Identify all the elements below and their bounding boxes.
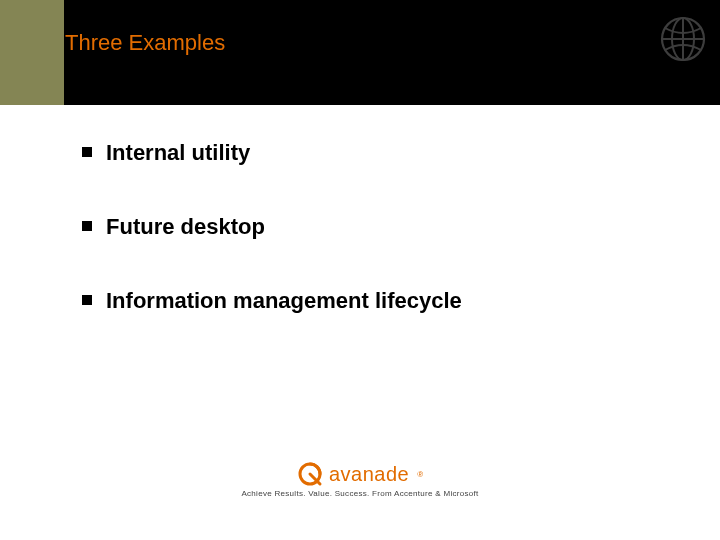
accent-block — [0, 0, 64, 105]
slide: Three Examples Internal utility Future d… — [0, 0, 720, 540]
brand-name: avanade — [329, 463, 409, 486]
bullet-list: Internal utility Future desktop Informat… — [82, 140, 660, 362]
brand-tagline: Achieve Results. Value. Success. From Ac… — [241, 489, 478, 498]
bullet-icon — [82, 221, 92, 231]
bullet-text: Internal utility — [106, 140, 250, 166]
footer-logo: avanade ® Achieve Results. Value. Succes… — [0, 461, 720, 498]
bullet-text: Future desktop — [106, 214, 265, 240]
bullet-icon — [82, 147, 92, 157]
globe-icon — [660, 16, 706, 62]
list-item: Future desktop — [82, 214, 660, 240]
brand-registered: ® — [417, 470, 423, 479]
avanade-logo-icon — [297, 461, 323, 487]
header-bar: Three Examples — [0, 0, 720, 105]
slide-title: Three Examples — [65, 30, 225, 56]
bullet-text: Information management lifecycle — [106, 288, 462, 314]
list-item: Information management lifecycle — [82, 288, 660, 314]
list-item: Internal utility — [82, 140, 660, 166]
bullet-icon — [82, 295, 92, 305]
logo-row: avanade ® — [297, 461, 423, 487]
